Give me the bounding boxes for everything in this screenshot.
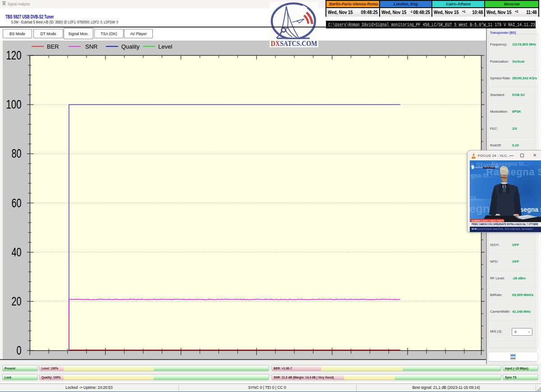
svg-text:80: 80 xyxy=(12,147,22,160)
svg-text:DXSATCS.COM: DXSATCS.COM xyxy=(271,40,317,47)
svg-text:20: 20 xyxy=(12,295,22,308)
svg-text:120: 120 xyxy=(6,49,22,62)
svg-text:40: 40 xyxy=(12,246,22,259)
svg-text:100: 100 xyxy=(6,98,22,111)
svg-text:60: 60 xyxy=(12,196,22,210)
svg-text:0: 0 xyxy=(17,344,22,357)
